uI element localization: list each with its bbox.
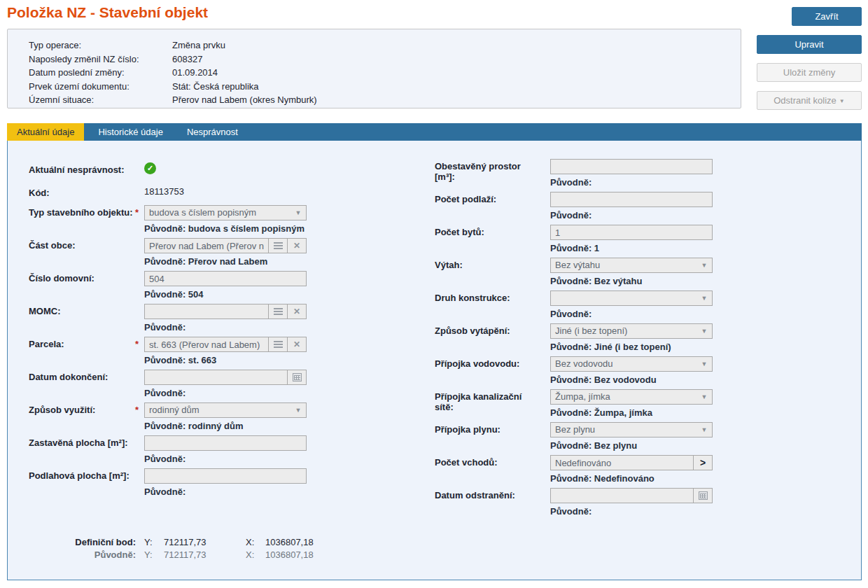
save-changes-button[interactable]: Uložit změny xyxy=(757,63,862,82)
cast-obce-input[interactable] xyxy=(145,239,268,253)
datum-dokonceni-input[interactable] xyxy=(145,370,287,384)
field-label: Parcela: xyxy=(29,337,135,370)
field-parcela: Parcela: * ✕ Původně: st. 663 xyxy=(29,337,309,370)
field-label: Výtah: xyxy=(435,258,541,290)
dropdown-arrow-icon: ▼ xyxy=(696,291,712,305)
definition-point-block: Definiční bod: Y: 712117,73 X: 1036807,1… xyxy=(8,536,861,561)
form-column-left: Aktuální nesprávnost: ✓ Kód: 18113753 Ty… xyxy=(29,159,309,521)
original-value: Původně: Přerov nad Labem xyxy=(144,256,307,267)
original-value: Původně: rodinný dům xyxy=(144,421,307,431)
action-button-stack: Zavřít Upravit Uložit změny Odstranit ko… xyxy=(757,7,862,119)
status-row: Aktuální nesprávnost: ✓ xyxy=(29,159,309,178)
momc-input[interactable] xyxy=(145,304,268,318)
clear-button[interactable]: ✕ xyxy=(287,239,306,253)
dropdown-arrow-icon: ▼ xyxy=(696,423,712,437)
field-momc: MOMC: ✕ Původně: xyxy=(29,304,309,337)
list-icon xyxy=(274,308,283,315)
definition-point-x: 1036807,18 xyxy=(265,536,339,549)
close-button[interactable]: Zavřít xyxy=(792,7,862,26)
original-value: Původně: 504 xyxy=(144,289,307,300)
field-label: Kód: xyxy=(29,186,135,198)
dropdown-arrow-icon: ▼ xyxy=(696,258,712,272)
clear-x-icon: ✕ xyxy=(293,340,300,349)
original-value: Původně: Bez plynu xyxy=(550,440,713,451)
tab-aktualni-udaje[interactable]: Aktuální údaje xyxy=(7,123,84,141)
field-pripojka-kanalizace: Přípojka kanalizační sítě: Žumpa, jímka … xyxy=(435,389,722,422)
pocet-bytu-input[interactable] xyxy=(551,225,712,239)
edit-button[interactable]: Upravit xyxy=(757,35,862,54)
original-value: Původně: xyxy=(144,454,307,464)
dropdown-arrow-icon: ▼ xyxy=(696,357,712,371)
parcela-input[interactable] xyxy=(145,337,268,351)
field-label: Počet vchodů: xyxy=(435,455,541,488)
original-value: Původně: xyxy=(550,177,713,188)
datum-odstraneni-input[interactable] xyxy=(551,489,693,503)
lookup-list-button[interactable] xyxy=(268,304,287,318)
open-detail-button[interactable]: > xyxy=(693,456,712,470)
clear-x-icon: ✕ xyxy=(293,241,300,251)
info-value: Přerov nad Labem (okres Nymburk) xyxy=(172,93,317,107)
original-value: Původně: xyxy=(550,210,713,220)
tab-nespravnost[interactable]: Nesprávnost xyxy=(177,123,248,141)
original-value: Původně: Žumpa, jímka xyxy=(550,407,713,418)
obestaveny-prostor-input[interactable] xyxy=(551,160,712,174)
original-value: Původně: Nedefinováno xyxy=(550,473,713,484)
info-label: Naposledy změnil NZ číslo: xyxy=(29,52,172,66)
zastavena-plocha-input[interactable] xyxy=(145,436,306,450)
pripojka-plynu-select[interactable]: Bez plynu ▼ xyxy=(550,422,713,438)
code-value: 18113753 xyxy=(144,186,184,197)
clear-button[interactable]: ✕ xyxy=(287,304,306,318)
tab-historicke-udaje[interactable]: Historické údaje xyxy=(88,123,173,141)
app-window: Položka NZ - Stavební objekt Typ operace… xyxy=(0,0,868,588)
calendar-icon xyxy=(293,373,302,382)
dropdown-arrow-icon: ▼ xyxy=(290,403,306,417)
field-label: Podlahová plocha [m²]: xyxy=(29,468,135,501)
form-panel: Aktuální nesprávnost: ✓ Kód: 18113753 Ty… xyxy=(7,141,862,580)
original-value: Původně: st. 663 xyxy=(144,355,307,365)
field-label: Datum dokončení: xyxy=(29,370,135,402)
info-value: Stát: Česká republika xyxy=(172,80,259,94)
field-pocet-vchodu: Počet vchodů: > Původně: Nedefinováno xyxy=(435,455,722,488)
zpusob-vyuziti-select[interactable]: rodinný dům ▼ xyxy=(144,402,307,418)
zpusob-vytapeni-select[interactable]: Jiné (i bez topení) ▼ xyxy=(550,323,713,339)
field-vytah: Výtah: Bez výtahu ▼ Původně: Bez výtahu xyxy=(435,258,722,290)
remove-collisions-button[interactable]: Odstranit kolize▼ xyxy=(757,91,862,110)
dropdown-arrow-icon: ▼ xyxy=(290,206,306,220)
info-value: 608327 xyxy=(172,52,202,66)
original-value: Původně: 1 xyxy=(550,243,713,253)
pripojka-kanalizace-select[interactable]: Žumpa, jímka ▼ xyxy=(550,389,713,405)
original-value: Původně: budova s číslem popisným xyxy=(144,223,307,234)
pocet-podlazi-input[interactable] xyxy=(551,192,712,206)
original-value: Původně: xyxy=(144,486,307,497)
calendar-button[interactable] xyxy=(693,489,712,503)
field-label: MOMC: xyxy=(29,304,135,337)
podlahova-plocha-input[interactable] xyxy=(145,469,306,483)
lookup-list-button[interactable] xyxy=(268,337,287,351)
pocet-vchodu-input[interactable] xyxy=(551,456,693,470)
field-label: Číslo domovní: xyxy=(29,271,135,304)
cislo-domovni-input[interactable] xyxy=(145,272,306,286)
calendar-icon xyxy=(699,491,708,500)
field-label: Typ stavebního objektu: xyxy=(29,205,135,238)
lookup-list-button[interactable] xyxy=(268,239,287,253)
druh-konstrukce-select[interactable]: ▼ xyxy=(550,290,713,306)
typ-stavebniho-objektu-select[interactable]: budova s číslem popisným ▼ xyxy=(144,205,307,220)
required-marker: * xyxy=(135,402,144,435)
list-icon xyxy=(274,242,283,249)
field-pripojka-plynu: Přípojka plynu: Bez plynu ▼ Původně: Bez… xyxy=(435,422,722,455)
pripojka-vodovodu-select[interactable]: Bez vodovodu ▼ xyxy=(550,356,713,372)
definition-point-y: 712117,73 xyxy=(164,536,237,549)
info-label: Datum poslední změny: xyxy=(29,66,172,80)
clear-button[interactable]: ✕ xyxy=(287,337,306,351)
info-label: Typ operace: xyxy=(29,38,172,52)
field-zpusob-vyuziti: Způsob využití: * rodinný dům ▼ Původně:… xyxy=(29,402,309,435)
calendar-button[interactable] xyxy=(287,370,306,384)
original-value: Původně: xyxy=(144,322,307,332)
definition-point-original: Původně: Y: 712117,73 X: 1036807,18 xyxy=(29,549,861,561)
field-label: Počet podlaží: xyxy=(435,192,541,225)
page-title: Položka NZ - Stavební objekt xyxy=(7,4,208,21)
vytah-select[interactable]: Bez výtahu ▼ xyxy=(550,258,713,273)
original-value: Původně: xyxy=(550,506,713,517)
list-icon xyxy=(274,341,283,348)
required-marker: * xyxy=(135,205,144,238)
